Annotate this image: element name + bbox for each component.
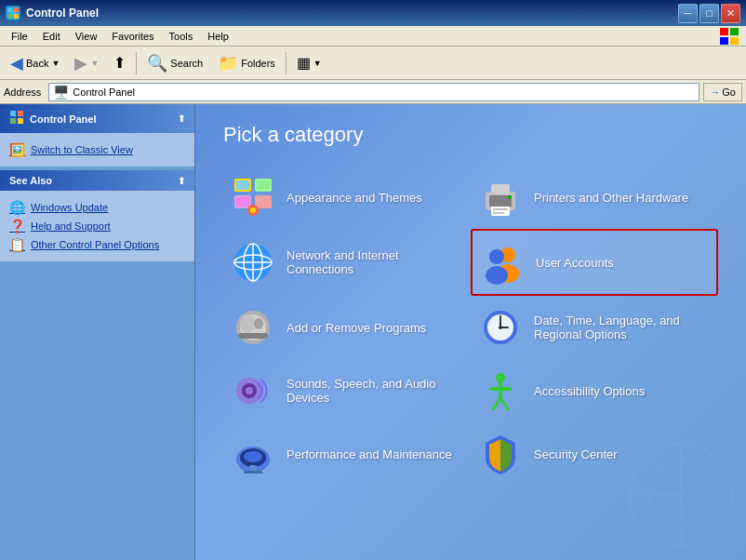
forward-icon: ▶ <box>74 53 87 73</box>
close-button[interactable]: ✕ <box>721 4 740 23</box>
forward-button[interactable]: ▶ ▼ <box>68 49 105 77</box>
minimize-button[interactable]: ─ <box>678 4 698 23</box>
svg-point-27 <box>508 195 512 199</box>
folders-button[interactable]: 📁 Folders <box>211 49 282 77</box>
menu-bar: File Edit View Favorites Tools Help <box>0 26 746 47</box>
windows-update-label: Windows Update <box>31 202 108 213</box>
back-label: Back <box>26 58 48 69</box>
windows-update-link[interactable]: 🌐 Windows Update <box>9 198 185 217</box>
up-icon: ⬆ <box>113 54 126 72</box>
menu-edit[interactable]: Edit <box>35 29 68 44</box>
category-network[interactable]: Network and Internet Connections <box>223 229 471 296</box>
back-button[interactable]: ◀ Back ▼ <box>4 49 66 77</box>
svg-point-57 <box>244 451 262 462</box>
network-icon <box>231 240 275 285</box>
category-add-remove[interactable]: Add or Remove Programs <box>223 296 471 359</box>
up-button[interactable]: ⬆ <box>107 50 132 75</box>
help-support-icon: ❓ <box>9 219 25 233</box>
category-sounds[interactable]: Sounds, Speech, and Audio Devices <box>223 359 471 422</box>
control-panel-header[interactable]: Control Panel ⬆ <box>0 104 194 133</box>
svg-rect-0 <box>7 7 12 12</box>
folders-icon: 📁 <box>218 53 238 73</box>
svg-line-53 <box>493 398 500 409</box>
svg-rect-24 <box>491 207 510 216</box>
user-accounts-icon <box>480 240 525 285</box>
svg-rect-1 <box>14 7 19 12</box>
address-input[interactable]: 🖥️ Control Panel <box>48 83 699 101</box>
menu-favorites[interactable]: Favorites <box>104 29 161 44</box>
svg-rect-13 <box>236 180 249 190</box>
svg-rect-9 <box>18 111 23 116</box>
switch-classic-icon: 🖼️ <box>9 142 25 157</box>
category-accessibility[interactable]: Accessibility Options <box>471 359 718 422</box>
svg-rect-3 <box>14 14 19 19</box>
add-remove-icon <box>231 305 275 350</box>
menu-view[interactable]: View <box>68 29 105 44</box>
title-bar: Control Panel ─ □ ✕ <box>0 0 746 26</box>
svg-rect-15 <box>257 180 270 190</box>
category-appearance[interactable]: Appearance and Themes <box>223 166 471 229</box>
svg-rect-23 <box>491 184 510 193</box>
svg-point-36 <box>486 266 508 285</box>
svg-rect-26 <box>493 212 504 214</box>
appearance-icon <box>231 175 275 220</box>
svg-rect-59 <box>244 471 262 473</box>
svg-rect-18 <box>255 195 272 208</box>
title-bar-text: Control Panel <box>26 7 99 20</box>
category-user-accounts[interactable]: User Accounts <box>471 229 718 296</box>
security-icon <box>478 432 523 476</box>
other-control-panel-link[interactable]: 📋 Other Control Panel Options <box>9 235 185 254</box>
svg-line-54 <box>500 398 508 409</box>
category-datetime[interactable]: Date, Time, Language, and Regional Optio… <box>471 296 718 359</box>
printers-icon <box>478 175 523 220</box>
appearance-label: Appearance and Themes <box>286 191 422 205</box>
windows-logo-icon <box>720 28 739 45</box>
svg-rect-2 <box>7 14 12 19</box>
watermark-decoration <box>625 439 737 551</box>
toolbar: ◀ Back ▼ ▶ ▼ ⬆ 🔍 Search 📁 Folders ▦ ▼ <box>0 47 746 80</box>
security-label: Security Center <box>534 447 618 461</box>
performance-label: Performance and Maintenance <box>286 447 452 461</box>
switch-classic-view-link[interactable]: 🖼️ Switch to Classic View <box>9 140 185 159</box>
svg-point-49 <box>246 387 253 394</box>
maximize-button[interactable]: □ <box>699 4 719 23</box>
help-support-link[interactable]: ❓ Help and Support <box>9 217 185 235</box>
svg-rect-41 <box>238 333 268 339</box>
accessibility-icon <box>478 368 523 413</box>
address-value: Control Panel <box>73 87 135 98</box>
toolbar-sep-2 <box>286 52 286 74</box>
menu-tools[interactable]: Tools <box>162 29 201 44</box>
go-button[interactable]: → Go <box>703 83 742 101</box>
network-label: Network and Internet Connections <box>286 248 463 276</box>
other-control-panel-icon: 📋 <box>9 237 25 252</box>
add-remove-label: Add or Remove Programs <box>286 321 426 335</box>
see-also-label: See Also <box>9 175 52 186</box>
address-folder-icon: 🖥️ <box>53 85 69 100</box>
svg-rect-17 <box>236 197 249 207</box>
folders-label: Folders <box>241 58 275 69</box>
svg-point-39 <box>240 314 255 333</box>
svg-rect-7 <box>730 37 739 45</box>
views-icon: ▦ <box>297 54 311 72</box>
user-accounts-label: User Accounts <box>536 256 614 270</box>
search-label: Search <box>170 58 203 69</box>
search-button[interactable]: 🔍 Search <box>140 49 209 77</box>
see-also-header[interactable]: See Also ⬆ <box>0 170 194 191</box>
accessibility-label: Accessibility Options <box>534 384 645 398</box>
menu-file[interactable]: File <box>4 29 35 44</box>
main-layout: Control Panel ⬆ 🖼️ Switch to Classic Vie… <box>0 104 746 560</box>
toolbar-sep-1 <box>136 52 137 74</box>
svg-point-35 <box>489 249 504 264</box>
main-content: Pick a category <box>195 104 746 560</box>
see-also-section: See Also ⬆ 🌐 Windows Update ❓ Help and S… <box>0 170 194 261</box>
printers-label: Printers and Other Hardware <box>534 191 688 205</box>
category-printers[interactable]: Printers and Other Hardware <box>471 166 718 229</box>
views-button[interactable]: ▦ ▼ <box>290 50 328 75</box>
category-performance[interactable]: Performance and Maintenance <box>223 422 471 486</box>
menu-help[interactable]: Help <box>200 29 236 44</box>
svg-rect-5 <box>730 28 739 35</box>
address-bar: Address 🖥️ Control Panel → Go <box>0 80 746 104</box>
other-control-panel-label: Other Control Panel Options <box>31 239 159 250</box>
back-dropdown-icon: ▼ <box>51 59 60 68</box>
see-also-content: 🌐 Windows Update ❓ Help and Support 📋 Ot… <box>0 191 194 261</box>
